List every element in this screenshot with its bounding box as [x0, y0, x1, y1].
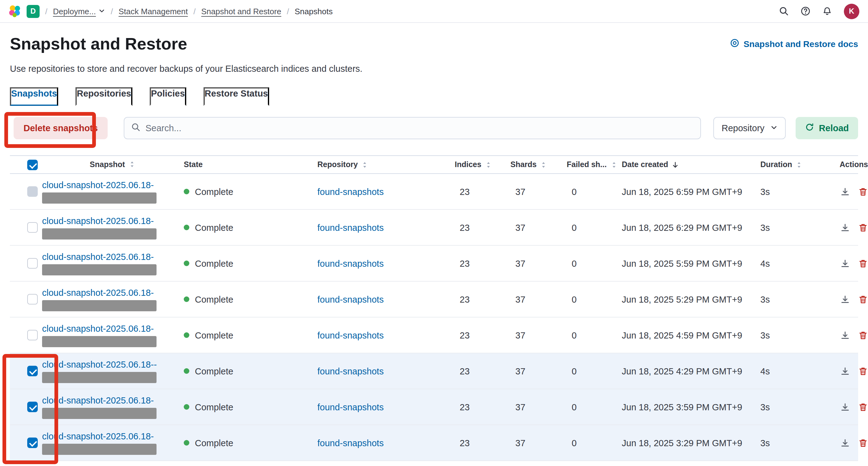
tab-policies[interactable]: Policies [150, 87, 186, 106]
column-header-failed-shards[interactable]: Failed sh... [567, 160, 607, 169]
state-dot-icon [184, 332, 189, 338]
sort-icon[interactable] [361, 161, 369, 168]
repository-link[interactable]: found-snapshots [317, 438, 383, 448]
download-icon[interactable] [840, 258, 850, 268]
user-avatar[interactable]: K [844, 3, 859, 19]
snapshot-link[interactable]: cloud-snapshot-2025.06.18- [42, 180, 154, 190]
help-icon[interactable] [801, 6, 810, 16]
snapshot-link[interactable]: cloud-snapshot-2025.06.18- [42, 323, 154, 333]
row-checkbox[interactable] [27, 330, 38, 340]
duration-value: 3s [761, 330, 831, 340]
column-header-repository[interactable]: Repository [317, 160, 358, 169]
docs-link[interactable]: Snapshot and Restore docs [730, 38, 858, 50]
reload-label: Reload [819, 123, 849, 133]
repository-link[interactable]: found-snapshots [317, 258, 383, 268]
download-icon[interactable] [840, 222, 850, 232]
row-checkbox[interactable] [27, 186, 38, 197]
sort-icon[interactable] [610, 161, 618, 168]
snapshot-link[interactable]: cloud-snapshot-2025.06.18- [42, 252, 154, 261]
column-header-indices[interactable]: Indices [455, 160, 481, 169]
sort-icon[interactable] [795, 161, 803, 168]
download-icon[interactable] [840, 366, 850, 376]
state-label: Complete [195, 402, 233, 412]
repository-link[interactable]: found-snapshots [317, 366, 383, 376]
row-checkbox[interactable] [27, 438, 38, 448]
elastic-logo-icon[interactable] [9, 5, 21, 17]
tab-repositories[interactable]: Repositories [75, 87, 132, 106]
reload-button[interactable]: Reload [795, 117, 858, 139]
delete-trash-icon[interactable] [858, 187, 868, 196]
failed-shards-value: 0 [567, 438, 622, 448]
tab-snapshots[interactable]: Snapshots [10, 87, 58, 106]
snapshot-link[interactable]: cloud-snapshot-2025.06.18- [42, 287, 154, 298]
delete-snapshots-button[interactable]: Delete snapshots [13, 117, 107, 139]
column-header-shards[interactable]: Shards [510, 160, 537, 169]
delete-trash-icon[interactable] [858, 258, 868, 268]
page-description: Use repositories to store and recover ba… [10, 63, 858, 75]
state-dot-icon [184, 260, 189, 266]
delete-trash-icon[interactable] [858, 330, 868, 340]
select-all-checkbox[interactable] [27, 159, 38, 170]
search-box[interactable] [124, 117, 701, 139]
snapshot-link[interactable]: cloud-snapshot-2025.06.18- [42, 431, 154, 441]
row-checkbox[interactable] [27, 402, 38, 412]
breadcrumb-separator: / [45, 6, 47, 16]
redacted-snapshot-suffix [42, 192, 157, 203]
delete-trash-icon[interactable] [858, 438, 868, 448]
date-created-value: Jun 18, 2025 4:59 PM GMT+9 [622, 330, 761, 340]
state-label: Complete [195, 222, 233, 232]
snapshot-link[interactable]: cloud-snapshot-2025.06.18- [42, 395, 154, 405]
repository-link[interactable]: found-snapshots [317, 187, 383, 196]
repository-link[interactable]: found-snapshots [317, 294, 383, 304]
state-label: Complete [195, 294, 233, 304]
download-icon[interactable] [840, 330, 850, 340]
breadcrumb-snapshot-restore[interactable]: Snapshot and Restore [202, 6, 281, 16]
redacted-snapshot-suffix [42, 407, 157, 418]
repository-link[interactable]: found-snapshots [317, 330, 383, 340]
state-label: Complete [195, 366, 233, 376]
search-icon[interactable] [779, 6, 789, 16]
deployment-badge[interactable]: D [27, 5, 40, 18]
delete-trash-icon[interactable] [858, 294, 868, 304]
date-created-value: Jun 18, 2025 6:59 PM GMT+9 [622, 187, 761, 196]
main-content: Snapshot and Restore Snapshot and Restor… [0, 23, 868, 461]
table-row: cloud-snapshot-2025.06.18-- Complete fou… [10, 353, 858, 389]
topbar-actions: K [779, 3, 859, 19]
download-icon[interactable] [840, 187, 850, 196]
repository-link[interactable]: found-snapshots [317, 222, 383, 232]
row-checkbox[interactable] [27, 294, 38, 305]
column-header-snapshot[interactable]: Snapshot [90, 160, 125, 169]
docs-link-label: Snapshot and Restore docs [744, 39, 858, 49]
duration-value: 4s [761, 366, 831, 376]
snapshot-link[interactable]: cloud-snapshot-2025.06.18- [42, 216, 154, 225]
notifications-icon[interactable] [822, 6, 832, 16]
row-checkbox[interactable] [27, 258, 38, 269]
column-header-duration[interactable]: Duration [761, 160, 792, 169]
delete-trash-icon[interactable] [858, 366, 868, 376]
repository-link[interactable]: found-snapshots [317, 402, 383, 412]
sort-icon[interactable] [540, 161, 548, 168]
search-input[interactable] [145, 123, 694, 133]
column-header-date-created[interactable]: Date created [622, 160, 668, 169]
sort-icon[interactable] [128, 160, 136, 168]
repository-filter-button[interactable]: Repository [714, 117, 786, 139]
table-row: cloud-snapshot-2025.06.18- Complete foun… [10, 246, 858, 282]
row-checkbox[interactable] [27, 366, 38, 376]
sort-icon[interactable] [485, 161, 493, 168]
tab-restore-status[interactable]: Restore Status [204, 87, 270, 106]
snapshot-link[interactable]: cloud-snapshot-2025.06.18-- [42, 359, 157, 369]
row-checkbox[interactable] [27, 222, 38, 233]
failed-shards-value: 0 [567, 258, 622, 268]
state-label: Complete [195, 187, 233, 196]
delete-trash-icon[interactable] [858, 402, 868, 412]
download-icon[interactable] [840, 294, 850, 304]
breadcrumb-deployment[interactable]: Deployme... [53, 6, 105, 16]
download-icon[interactable] [840, 402, 850, 412]
download-icon[interactable] [840, 438, 850, 448]
search-icon [131, 122, 141, 134]
breadcrumb-separator: / [111, 6, 113, 16]
delete-trash-icon[interactable] [858, 222, 868, 232]
breadcrumb-stack-management[interactable]: Stack Management [119, 6, 188, 16]
sort-desc-icon[interactable] [671, 161, 679, 168]
shards-value: 37 [510, 222, 567, 232]
